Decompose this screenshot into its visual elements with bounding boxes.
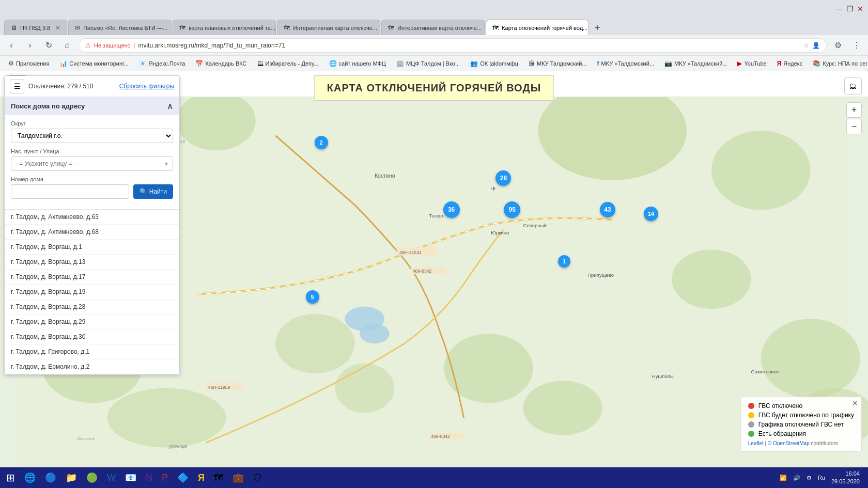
extensions-button[interactable]: ⚙ xyxy=(831,38,845,53)
taskbar-explorer[interactable]: 📁 xyxy=(61,468,81,487)
tab-close-pvd[interactable]: ✕ xyxy=(55,24,60,32)
okrug-select[interactable]: Талдомский г.о. xyxy=(11,129,173,143)
restore-button[interactable]: ❐ xyxy=(846,5,854,12)
search-collapse-button[interactable]: ∧ xyxy=(167,101,173,111)
list-item[interactable]: г. Талдом, д. Григорово, д.1 xyxy=(5,344,179,359)
bookmark-mku1[interactable]: 🏛 МКУ Талдомский... xyxy=(524,58,591,69)
back-button[interactable]: ‹ xyxy=(4,38,19,53)
map-cluster-marker[interactable]: 1 xyxy=(558,255,570,267)
bookmark-mfc-taldom[interactable]: 🏢 МЦФ Талдом | Вко... xyxy=(392,58,464,69)
map-area[interactable]: 46Н-12241 46К-8342 46Н-11959 46К-8342 Ко… xyxy=(0,71,868,467)
bookmark-star-icon[interactable]: ☆ xyxy=(803,42,809,49)
list-item[interactable]: г. Талдом, д. Воргаш, д.30 xyxy=(5,329,179,344)
list-item[interactable]: г. Талдом, д. Воргаш, д.1 xyxy=(5,240,179,255)
profile-icon[interactable]: 👤 xyxy=(812,42,820,49)
legend-item: ГВС будет отключено по графику xyxy=(748,412,854,419)
taskbar-app13[interactable]: 💼 xyxy=(228,468,248,487)
forward-button[interactable]: › xyxy=(23,38,37,53)
filter-button[interactable]: ☰ xyxy=(10,79,24,93)
tab-map-hot[interactable]: 🗺 Карта отключений горячей вод... ✕ xyxy=(486,20,589,35)
close-button[interactable]: ✕ xyxy=(857,5,864,12)
map-cluster-marker[interactable]: 43 xyxy=(600,202,615,217)
security-icon: ⚠ xyxy=(85,42,91,49)
home-button[interactable]: ⌂ xyxy=(60,38,74,53)
punkt-dropdown-icon: ▼ xyxy=(164,161,169,167)
bookmark-calendar[interactable]: 📅 Календарь ВКС xyxy=(191,58,251,69)
taskbar-app14[interactable]: 🛡 xyxy=(249,468,267,487)
taskbar-chrome[interactable]: 🔵 xyxy=(41,468,60,487)
tab-favicon-letter: ✉ xyxy=(75,24,80,32)
bookmark-apps-label: Приложения xyxy=(16,60,49,67)
svg-text:Юркино: Юркино xyxy=(491,230,509,235)
bookmark-izbir-label: Избиратель - Депу... xyxy=(266,60,319,67)
tray-lang[interactable]: Ru xyxy=(816,475,827,481)
search-button[interactable]: 🔍 Найти xyxy=(133,184,173,199)
list-item[interactable]: г. Талдом, д. Ахтимнеево, д.63 xyxy=(5,210,179,225)
menu-button[interactable]: ⋮ xyxy=(849,38,864,53)
taskbar-excel[interactable]: 🟢 xyxy=(82,468,102,487)
tab-map3[interactable]: 🗺 Интерактивная карта отключе... ✕ xyxy=(381,20,485,35)
layer-button[interactable]: 🗂 xyxy=(844,77,862,95)
legend-close-button[interactable]: ✕ xyxy=(852,399,858,407)
legend-item: Графика отключений ГВС нет xyxy=(748,421,854,428)
map-cluster-marker[interactable]: 2 xyxy=(315,136,328,149)
taskbar-ie[interactable]: 🌐 xyxy=(20,468,40,487)
taskbar-app10[interactable]: 🔷 xyxy=(173,468,193,487)
minimize-button[interactable]: ─ xyxy=(836,5,843,12)
list-item[interactable]: г. Талдом, д. Воргаш, д.19 xyxy=(5,285,179,300)
apps-icon: ⚙ xyxy=(8,60,14,67)
openstreetmap-link[interactable]: © OpenStreetMap xyxy=(768,440,810,446)
search-section: Поиск дома по адресу ∧ Округ Талдомский … xyxy=(5,97,179,209)
punkt-input[interactable] xyxy=(11,156,173,171)
list-item[interactable]: г. Талдом, д. Ахтимнеево, д.68 xyxy=(5,225,179,240)
map-cluster-marker[interactable]: 36 xyxy=(443,201,460,218)
bookmark-yandex[interactable]: Я Яндекс xyxy=(773,58,807,69)
bookmark-monitoring[interactable]: 📊 Система мониторинг... xyxy=(55,58,132,69)
bookmark-youtube[interactable]: ▶ YouTube xyxy=(733,58,770,69)
svg-text:46Н-12241: 46Н-12241 xyxy=(399,250,422,255)
filter-reset-button[interactable]: Сбросить фильтры xyxy=(119,83,174,90)
bookmark-fb-mku[interactable]: f МКУ «Талдомский... xyxy=(593,58,658,69)
map-cluster-marker[interactable]: 14 xyxy=(644,207,658,221)
tray-clock[interactable]: 16:04 29.05.2020 xyxy=(829,470,862,486)
bookmark-mfc-site[interactable]: 🌐 сайт нашего МФЦ xyxy=(325,58,390,69)
list-item[interactable]: г. Талдом, д. Ермолино, д.2 xyxy=(5,359,179,374)
bookmark-yandex-mail[interactable]: 📧 Яндекс.Почта xyxy=(135,58,190,69)
taskbar-onenote[interactable]: N xyxy=(142,468,157,487)
tab-map2[interactable]: 🗺 Интерактивная карта отключе... ✕ xyxy=(277,20,380,35)
reload-button[interactable]: ↻ xyxy=(41,38,56,53)
list-item[interactable]: г. Талдом, д. Воргаш, д.28 xyxy=(5,300,179,314)
list-item[interactable]: г. Талдом, д. Воргаш, д.17 xyxy=(5,270,179,285)
map-cluster-marker[interactable]: 95 xyxy=(504,201,520,218)
map-cluster-marker[interactable]: 5 xyxy=(306,290,319,304)
tab-letter[interactable]: ✉ Письмо «Re: Листовка БТИ —... ✕ xyxy=(68,20,172,35)
bookmark-inst-mku[interactable]: 📷 МКУ «Талдомский... xyxy=(660,58,732,69)
bookmark-mfc-site-label: сайт нашего МФЦ xyxy=(339,60,386,67)
taskbar-word[interactable]: W xyxy=(103,468,120,487)
bookmark-mfc-taldom-label: МЦФ Талдом | Вко... xyxy=(406,60,460,67)
leaflet-link[interactable]: Leaflet xyxy=(748,440,764,446)
tab-favicon-map-hot: 🗺 xyxy=(492,24,499,32)
taskbar-outlook[interactable]: 📧 xyxy=(121,468,141,487)
bookmark-course[interactable]: 📚 Курс: НПА по реги... xyxy=(809,58,868,69)
zoom-out-button[interactable]: − xyxy=(846,119,862,134)
url-bar[interactable]: ⚠ Не защищено | mvitu.arki.mosreg.ru/mkd… xyxy=(79,38,827,53)
bookmark-ok[interactable]: 👥 ОК taldomмфц xyxy=(466,58,522,69)
list-item[interactable]: г. Талдом, д. Воргаш, д.13 xyxy=(5,255,179,270)
zoom-in-button[interactable]: + xyxy=(846,102,862,118)
tab-map1[interactable]: 🗺 карта плановых отключений те... ✕ xyxy=(173,20,276,35)
tray-lang-text: Ru xyxy=(818,475,825,481)
tab-pvd[interactable]: 🖥 ПК ПВД 3.8 ✕ xyxy=(4,20,67,35)
legend-label: Графика отключений ГВС нет xyxy=(758,421,844,428)
taskbar-powerpoint[interactable]: P xyxy=(158,468,172,487)
list-item[interactable]: г. Талдом, д. Воргаш, д.29 xyxy=(5,314,179,329)
bookmark-izbir[interactable]: 🗳 Избиратель - Депу... xyxy=(253,58,323,69)
taskbar-maps[interactable]: 🗺 xyxy=(210,468,227,487)
map-cluster-marker[interactable]: 28 xyxy=(495,170,511,186)
bookmark-apps[interactable]: ⚙ Приложения xyxy=(4,58,53,69)
taskbar-yandex-browser[interactable]: Я xyxy=(194,468,209,487)
new-tab-button[interactable]: + xyxy=(590,21,605,35)
nomer-input[interactable] xyxy=(11,184,129,199)
start-button[interactable]: ⊞ xyxy=(2,468,19,487)
bookmark-youtube-label: YouTube xyxy=(744,60,766,67)
